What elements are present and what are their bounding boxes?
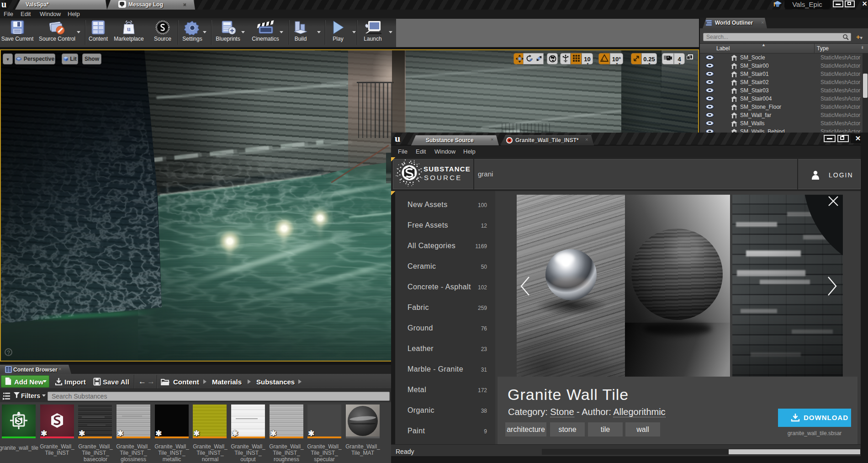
svg-text:u: u bbox=[127, 26, 131, 32]
